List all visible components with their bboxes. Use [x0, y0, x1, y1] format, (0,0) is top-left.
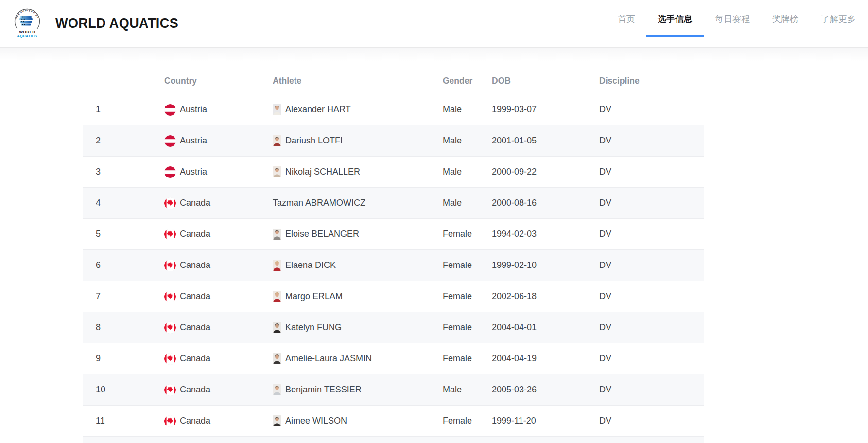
country-name: Austria: [180, 105, 207, 115]
gender-value: Female: [443, 291, 492, 301]
row-number: 2: [83, 136, 164, 146]
discipline-value: DV: [599, 260, 704, 270]
app-header: RECOGNISED BY WORLD AQUATICS WORLD AQUAT…: [0, 0, 868, 48]
athlete-photo: [273, 260, 281, 271]
dob-value: 2004-04-01: [492, 322, 599, 333]
discipline-value: DV: [599, 229, 704, 239]
table-header-row: Country Athlete Gender DOB Discipline: [83, 68, 704, 94]
discipline-value: DV: [599, 136, 704, 146]
row-number: 9: [83, 354, 164, 364]
nav-tab-2[interactable]: 每日赛程: [704, 0, 761, 38]
gender-value: Female: [443, 229, 492, 239]
country-name: Canada: [180, 416, 210, 426]
country-flag-icon: [164, 135, 176, 147]
dob-value: 1999-02-10: [492, 260, 599, 270]
athlete-name: Alexander HART: [285, 105, 351, 115]
athlete-photo: [273, 384, 281, 395]
svg-text:WORLD: WORLD: [19, 30, 35, 34]
athlete-name: Dariush LOTFI: [285, 136, 343, 146]
table-row[interactable]: 6 Canada Elaena DICK Female 1999-02-10 D…: [83, 250, 704, 281]
country-flag-icon: [164, 415, 176, 427]
country-cell: Canada: [164, 353, 273, 365]
dob-value: 1994-02-03: [492, 229, 599, 239]
header-cell-country: Country: [164, 76, 273, 86]
athlete-photo: [273, 291, 281, 302]
table-row[interactable]: 9 Canada Amelie-Laura JASMIN Female 2004…: [83, 343, 704, 374]
country-name: Canada: [180, 385, 210, 395]
table-row[interactable]: 8 Canada Katelyn FUNG Female 2004-04-01 …: [83, 312, 704, 343]
athlete-photo: [273, 104, 281, 115]
athlete-name: Nikolaj SCHALLER: [285, 167, 360, 177]
table-row[interactable]: 2 Austria Dariush LOTFI Male 2001-01-05 …: [83, 125, 704, 157]
dob-value: 2001-01-05: [492, 136, 599, 146]
country-cell: Canada: [164, 322, 273, 334]
country-cell: Canada: [164, 415, 273, 427]
country-cell: Austria: [164, 104, 273, 116]
table-row[interactable]: 3 Austria Nikolaj SCHALLER Male 2000-09-…: [83, 157, 704, 188]
country-name: Austria: [180, 136, 207, 146]
main-content: Country Athlete Gender DOB Discipline 1 …: [0, 48, 868, 443]
dob-value: 2000-09-22: [492, 167, 599, 177]
country-flag-icon: [164, 260, 176, 271]
nav-tab-3[interactable]: 奖牌榜: [761, 0, 810, 38]
country-cell: Canada: [164, 384, 273, 396]
main-nav: 首页选手信息每日赛程奖牌榜了解更多: [607, 0, 867, 38]
country-flag-icon: [164, 229, 176, 240]
world-aquatics-logo-icon: RECOGNISED BY WORLD AQUATICS: [14, 8, 41, 41]
athlete-name: Amelie-Laura JASMIN: [285, 354, 372, 364]
table-row[interactable]: 7 Canada Margo ERLAM Female 2002-06-18 D…: [83, 281, 704, 312]
discipline-value: DV: [599, 354, 704, 364]
athlete-name: Eloise BELANGER: [285, 229, 359, 239]
nav-tab-1[interactable]: 选手信息: [646, 0, 704, 38]
country-flag-icon: [164, 197, 176, 209]
country-cell: Canada: [164, 260, 273, 271]
athlete-cell: Alexander HART: [273, 104, 443, 115]
svg-text:AQUATICS: AQUATICS: [17, 34, 37, 38]
discipline-value: DV: [599, 291, 704, 301]
country-name: Canada: [180, 291, 210, 301]
dob-value: 1999-03-07: [492, 105, 599, 115]
dob-value: 2004-04-19: [492, 354, 599, 364]
gender-value: Female: [443, 354, 492, 364]
country-flag-icon: [164, 322, 176, 334]
row-number: 8: [83, 322, 164, 333]
nav-tab-4[interactable]: 了解更多: [810, 0, 867, 38]
header-cell-gender: Gender: [443, 76, 492, 86]
header-cell-athlete: Athlete: [273, 76, 443, 86]
country-cell: Austria: [164, 135, 273, 147]
discipline-value: DV: [599, 416, 704, 426]
dob-value: 2000-08-16: [492, 198, 599, 208]
gender-value: Female: [443, 416, 492, 426]
country-cell: Canada: [164, 229, 273, 240]
gender-value: Male: [443, 105, 492, 115]
table-row[interactable]: 10 Canada Benjamin TESSIER Male 2005-03-…: [83, 374, 704, 406]
discipline-value: DV: [599, 322, 704, 333]
row-number: 10: [83, 385, 164, 395]
country-name: Austria: [180, 167, 207, 177]
dob-value: 2002-06-18: [492, 291, 599, 301]
row-number: 11: [83, 416, 164, 426]
table-row[interactable]: 1 Austria Alexander HART Male 1999-03-07…: [83, 94, 704, 125]
country-flag-icon: [164, 291, 176, 302]
country-cell: Austria: [164, 166, 273, 178]
country-name: Canada: [180, 354, 210, 364]
country-cell: Canada: [164, 197, 273, 209]
athlete-cell: Margo ERLAM: [273, 291, 443, 302]
athlete-photo: [273, 322, 281, 333]
gender-value: Male: [443, 136, 492, 146]
country-flag-icon: [164, 353, 176, 365]
country-name: Canada: [180, 322, 210, 333]
header-cell-dob: DOB: [492, 76, 599, 86]
table-row[interactable]: 5 Canada Eloise BELANGER Female 1994-02-…: [83, 219, 704, 250]
athlete-cell: Amelie-Laura JASMIN: [273, 353, 443, 364]
country-flag-icon: [164, 166, 176, 178]
discipline-value: DV: [599, 385, 704, 395]
row-number: 6: [83, 260, 164, 270]
country-flag-icon: [164, 104, 176, 116]
nav-tab-0[interactable]: 首页: [607, 0, 646, 38]
athlete-name: Aimee WILSON: [285, 416, 347, 426]
country-name: Canada: [180, 198, 210, 208]
header-cell-discipline: Discipline: [599, 76, 704, 86]
table-row[interactable]: 11 Canada Aimee WILSON Female 1999-11-20…: [83, 406, 704, 437]
table-row[interactable]: 4 Canada Tazman ABRAMOWICZ Male 2000-08-…: [83, 188, 704, 219]
